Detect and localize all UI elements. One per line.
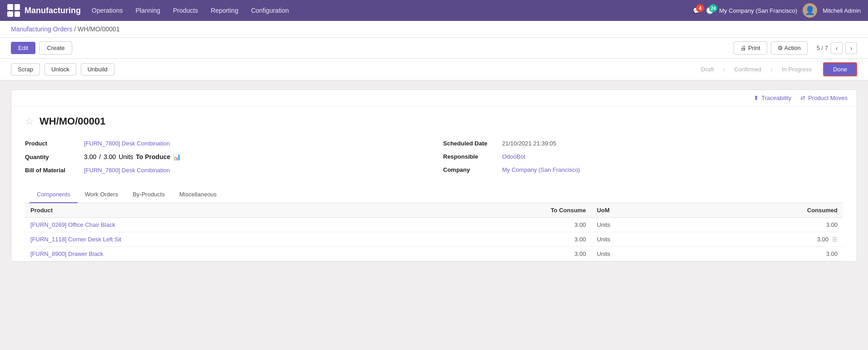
list-detail-icon[interactable]: ☰: [832, 236, 838, 243]
row-uom: Units: [592, 218, 685, 232]
product-cell-link[interactable]: [FURN_8900] Drawer Black: [30, 250, 103, 257]
printer-icon: 🖨: [740, 45, 748, 51]
col-product: Product: [25, 203, 414, 218]
scheduled-date-field: Scheduled Date 21/10/2021 21:39:05: [443, 140, 843, 147]
quantity-value: 3.00 / 3.00 Units To Produce 📊: [84, 153, 181, 160]
row-uom: Units: [592, 247, 685, 261]
fields-grid: Product [FURN_7800] Desk Combination Qua…: [25, 140, 843, 174]
record-title: ☆ WH/MO/00001: [25, 115, 843, 127]
moves-icon: ⇄: [800, 95, 805, 101]
status-done[interactable]: Done: [823, 62, 857, 76]
messages-badge[interactable]: 💬 4: [693, 7, 700, 14]
pager-count: 5 / 7: [817, 45, 828, 51]
message-count: 4: [696, 4, 704, 12]
qty-produced[interactable]: 3.00: [104, 153, 116, 160]
gear-icon: ⚙: [778, 45, 784, 51]
consumed-value: 3.00: [826, 221, 838, 228]
app-logo[interactable]: Manufacturing: [7, 4, 81, 17]
activity-badge[interactable]: 🕐 24: [706, 7, 714, 14]
product-cell-link[interactable]: [FURN_1118] Corner Desk Left Sit: [30, 236, 121, 243]
action-button[interactable]: ⚙ Action: [771, 41, 808, 55]
row-product: [FURN_1118] Corner Desk Left Sit: [25, 232, 414, 247]
bom-field: Bill of Material [FURN_7800] Desk Combin…: [25, 167, 425, 174]
row-consumed: 3.00: [685, 218, 843, 232]
status-bar: Scrap Unlock Unbuild Draft › Confirmed ›…: [0, 59, 868, 80]
status-in-progress[interactable]: In Progress: [773, 64, 821, 75]
unbuild-button[interactable]: Unbuild: [81, 63, 114, 75]
row-consumed: 3.00 ☰: [685, 232, 843, 247]
avatar[interactable]: 👤: [803, 3, 817, 18]
product-link[interactable]: [FURN_7800] Desk Combination: [84, 140, 170, 147]
row-to-consume: 3.00: [414, 218, 592, 232]
row-consumed: 3.00: [685, 247, 843, 261]
menu-planning[interactable]: Planning: [129, 0, 167, 21]
user-name: Mitchell Admin: [823, 7, 861, 14]
field-group-right: Scheduled Date 21/10/2021 21:39:05 Respo…: [443, 140, 843, 174]
menu-products[interactable]: Products: [167, 0, 204, 21]
product-label: Product: [25, 140, 79, 147]
qty-unit: Units: [118, 153, 133, 160]
pager-prev[interactable]: ‹: [831, 42, 843, 54]
status-steps: Draft › Confirmed › In Progress › Done: [692, 62, 857, 76]
consumed-value: 3.00: [817, 236, 829, 243]
status-confirmed[interactable]: Confirmed: [725, 64, 770, 75]
traceability-icon: ⬆: [754, 95, 759, 101]
tab-work-orders[interactable]: Work Orders: [78, 186, 125, 203]
print-button[interactable]: 🖨 Print: [734, 41, 767, 55]
pager-next[interactable]: ›: [845, 42, 857, 54]
menu-operations[interactable]: Operations: [85, 0, 129, 21]
tab-miscellaneous[interactable]: Miscellaneous: [172, 186, 224, 203]
tab-by-products[interactable]: By-Products: [125, 186, 172, 203]
row-to-consume: 3.00: [414, 247, 592, 261]
quantity-label: Quantity: [25, 154, 79, 160]
responsible-field: Responsible OdooBot: [443, 153, 843, 160]
col-consumed: Consumed: [685, 203, 843, 218]
favorite-star[interactable]: ☆: [25, 115, 34, 127]
scrap-button[interactable]: Scrap: [11, 63, 40, 75]
row-product: [FURN_8900] Drawer Black: [25, 247, 414, 261]
menu-reporting[interactable]: Reporting: [204, 0, 245, 21]
bom-link[interactable]: [FURN_7800] Desk Combination: [84, 167, 170, 174]
product-field: Product [FURN_7800] Desk Combination: [25, 140, 425, 147]
qty-done[interactable]: 3.00: [84, 153, 96, 160]
status-draft[interactable]: Draft: [692, 64, 723, 75]
qty-to-produce: To Produce: [136, 153, 170, 160]
qty-slash: /: [99, 153, 101, 160]
company-name: My Company (San Francisco): [719, 7, 797, 14]
row-product: [FURN_0269] Office Chair Black: [25, 218, 414, 232]
table-row: [FURN_0269] Office Chair Black 3.00 Unit…: [25, 218, 843, 232]
tab-components[interactable]: Components: [30, 186, 78, 203]
scheduled-date-label: Scheduled Date: [443, 140, 498, 147]
app-title: Manufacturing: [25, 6, 81, 15]
components-table: Product To Consume UoM Consumed [FURN_02…: [25, 203, 843, 261]
activity-count: 24: [709, 4, 717, 12]
tabs: Components Work Orders By-Products Misce…: [25, 186, 843, 203]
company-label: Company: [443, 166, 498, 173]
breadcrumb-parent[interactable]: Manufacturing Orders: [11, 25, 72, 33]
main-content: ⬆ Traceability ⇄ Product Moves ☆ WH/MO/0…: [0, 80, 868, 271]
company-link[interactable]: My Company (San Francisco): [502, 166, 580, 173]
main-menu: Operations Planning Products Reporting C…: [85, 0, 693, 21]
menu-configuration[interactable]: Configuration: [245, 0, 295, 21]
product-cell-link[interactable]: [FURN_0269] Office Chair Black: [30, 221, 115, 228]
record-card: ⬆ Traceability ⇄ Product Moves ☆ WH/MO/0…: [11, 90, 857, 262]
breadcrumb-current: WH/MO/00001: [78, 25, 120, 33]
pager: 5 / 7 ‹ ›: [817, 42, 857, 54]
responsible-link[interactable]: OdooBot: [502, 153, 525, 160]
traceability-button[interactable]: ⬆ Traceability: [754, 95, 791, 101]
card-toolbar: ⬆ Traceability ⇄ Product Moves: [11, 90, 857, 106]
scheduled-date-value[interactable]: 21/10/2021 21:39:05: [502, 140, 556, 147]
row-to-consume: 3.00: [414, 232, 592, 247]
company-field: Company My Company (San Francisco): [443, 166, 843, 173]
unlock-button[interactable]: Unlock: [44, 63, 76, 75]
chart-icon[interactable]: 📊: [173, 153, 181, 160]
create-button[interactable]: Create: [39, 41, 72, 55]
breadcrumb-separator: /: [74, 25, 78, 33]
col-uom: UoM: [592, 203, 685, 218]
product-moves-button[interactable]: ⇄ Product Moves: [800, 95, 848, 101]
row-uom: Units: [592, 232, 685, 247]
quantity-field: Quantity 3.00 / 3.00 Units To Produce 📊: [25, 153, 425, 160]
responsible-label: Responsible: [443, 153, 498, 160]
edit-button[interactable]: Edit: [11, 42, 35, 54]
topnav-right: 💬 4 🕐 24 My Company (San Francisco) 👤 Mi…: [693, 3, 861, 18]
